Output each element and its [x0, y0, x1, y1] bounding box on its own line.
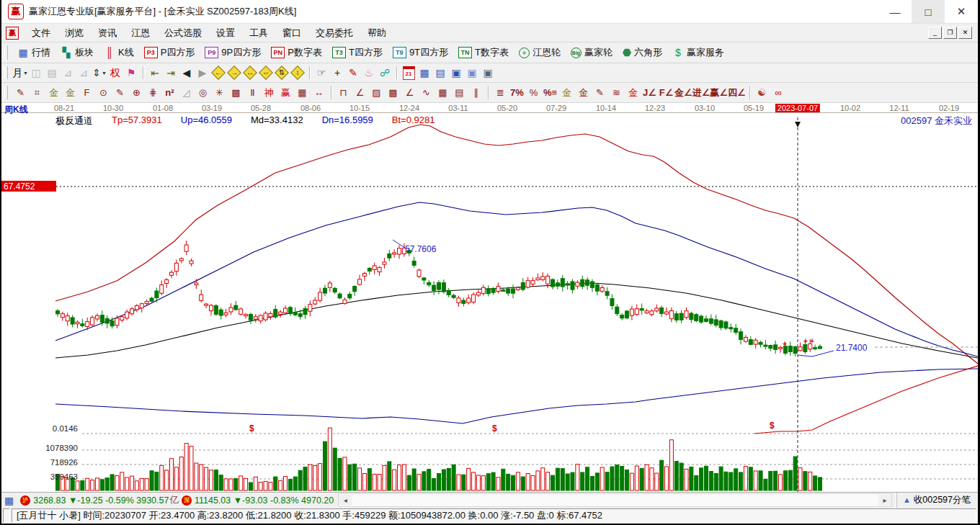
circle-ratio-tool-button[interactable]: ⊙	[95, 86, 112, 100]
wave-tool-button[interactable]: ∿	[418, 86, 435, 100]
gold-circle-tool-button[interactable]: 金	[558, 86, 575, 100]
grid-tool-a-button[interactable]: ▦	[435, 86, 451, 100]
menu-item-2[interactable]: 浏览	[58, 24, 91, 42]
pen-gold-tool-button[interactable]: ✎	[592, 86, 608, 100]
time-cycle-tool-button[interactable]: Ⅱ	[244, 86, 261, 100]
mdi-close-button[interactable]: ✕	[958, 27, 972, 39]
star-target-tool-button[interactable]: ✳	[211, 86, 228, 100]
grid-tool-b-button[interactable]: ▤	[451, 86, 468, 100]
expand-horizontal-button[interactable]: ↔	[242, 66, 258, 80]
next-bar-button[interactable]: ▶	[195, 66, 210, 80]
menu-item-3[interactable]: 资讯	[91, 24, 124, 42]
save-as-tool-button[interactable]: ▣	[464, 66, 480, 80]
hand-tool-button[interactable]: ☞	[313, 66, 329, 80]
dense-grid-tool-button[interactable]: ⋕	[145, 86, 161, 100]
shen-tool-button[interactable]: 神	[261, 86, 277, 100]
last-bar-button[interactable]: ⇥	[163, 66, 179, 80]
degree-circle-tool-button[interactable]: ⊕	[128, 86, 145, 100]
menu-item-7[interactable]: 工具	[242, 24, 275, 42]
box-tool-button[interactable]: ⊓	[335, 86, 352, 100]
shenzhen-index-icon[interactable]: 深	[182, 495, 192, 506]
percent-tool-button[interactable]: %	[525, 86, 542, 100]
parallel-lines-tool-button[interactable]: ∥	[468, 86, 484, 100]
quote-grid-icon[interactable]: ▦	[4, 495, 14, 506]
gold-ratio-tool-1-button[interactable]: 金	[45, 86, 62, 100]
stats-tool-button[interactable]: ≣	[492, 86, 509, 100]
gann-wheel-button[interactable]: ✛江恩轮	[514, 45, 566, 60]
ying-tool-button[interactable]: 赢	[277, 86, 294, 100]
infinity-tool-button[interactable]: ∞	[770, 86, 787, 100]
numbered-grid-tool-button[interactable]: ▦	[294, 86, 311, 100]
restoration-button[interactable]: 权	[107, 66, 123, 80]
f-angle-tool-button[interactable]: F∠	[658, 86, 674, 100]
kline-button[interactable]: ║K线	[99, 45, 139, 60]
jin-angle-tool-button[interactable]: 进∠	[692, 86, 710, 100]
mdi-restore-button[interactable]: ❐	[943, 27, 957, 39]
nine-t-square-button[interactable]: T99T四方形	[388, 45, 453, 60]
ying-angle-tool-button[interactable]: 赢∠	[710, 86, 728, 100]
crosshair-tool-button[interactable]: +	[329, 66, 345, 80]
shaded-box-tool-button[interactable]: ▨	[368, 86, 385, 100]
gann-compass-tool-button[interactable]: ◎	[195, 86, 211, 100]
minimize-button[interactable]: —	[878, 0, 912, 23]
gold-lines-tool-button[interactable]: 金	[575, 86, 592, 100]
close-button[interactable]: ✕	[945, 0, 978, 23]
scroll-right-button[interactable]: ▸	[878, 495, 891, 506]
horizontal-scrollbar[interactable]: ◂ ▸	[338, 493, 892, 507]
prev-bar-button[interactable]: ◀	[179, 66, 195, 80]
menu-item-4[interactable]: 江恩	[124, 24, 157, 42]
square-of-nine-tool-button[interactable]: n²	[161, 86, 178, 100]
t-number-table-button[interactable]: TNT数字表	[453, 45, 514, 60]
kline-chart-area[interactable]: $$$+++ 周K线 002597 金禾实业 67.4752 57.7606 2…	[1, 103, 978, 492]
mdi-minimize-button[interactable]: _	[928, 27, 942, 39]
menu-item-8[interactable]: 窗口	[275, 24, 308, 42]
winner-service-button[interactable]: $赢家服务	[667, 45, 729, 60]
export-tool-button[interactable]: ▣	[480, 66, 496, 80]
gold-angle-tool-button[interactable]: 金∠	[674, 86, 692, 100]
p-square-button[interactable]: P3P四方形	[139, 45, 200, 60]
compress-vertical-button[interactable]: ⇅	[274, 66, 290, 80]
indicator-flag-button[interactable]: ⚑	[123, 66, 139, 80]
calculator-tool-button[interactable]: ▦	[416, 66, 432, 80]
menu-item-6[interactable]: 设置	[209, 24, 242, 42]
percent-7-tool-button[interactable]: 7%	[509, 86, 525, 100]
trend-pencil-tool-button[interactable]: ✎	[345, 66, 361, 80]
save-tool-button[interactable]: ▣	[448, 66, 464, 80]
chip-distribution-tool-button[interactable]: ♨	[361, 66, 377, 80]
shift-right-button[interactable]: →	[226, 66, 242, 80]
gold-ratio-tool-2-button[interactable]: 金	[62, 86, 79, 100]
menu-item-5[interactable]: 公式选股	[157, 24, 209, 42]
compress-horizontal-button[interactable]: ⇔	[258, 66, 274, 80]
taiji-tool-button[interactable]: ☯	[754, 86, 770, 100]
angle-line-tool-button[interactable]: ∠	[401, 86, 418, 100]
draw-pen-tool-button[interactable]: ✎	[12, 86, 29, 100]
angle-pen-tool-button[interactable]: ✎	[112, 86, 128, 100]
j-angle-tool-button[interactable]: J∠	[641, 86, 658, 100]
tick-chart-shortcut[interactable]: ▲ 收002597分笔	[896, 493, 978, 508]
maximize-button[interactable]: □	[912, 0, 945, 23]
p-number-table-button[interactable]: PNP数字表	[266, 45, 327, 60]
quote-list-button[interactable]: ▦行情	[12, 45, 55, 60]
menu-item-10[interactable]: 帮助	[360, 24, 393, 42]
calendar-tool-button[interactable]: 21	[401, 66, 416, 80]
hexagon-button[interactable]: 六角形	[618, 45, 667, 60]
percent-lines-tool-button[interactable]: %≡	[542, 86, 558, 100]
menu-item-1[interactable]: 文件	[24, 24, 58, 42]
gann-grid-tool-button[interactable]: ⌗	[29, 86, 45, 100]
winner-wheel-button[interactable]: Big赢家轮	[566, 45, 618, 60]
menu-item-9[interactable]: 交易委托	[308, 24, 360, 42]
period-month-button[interactable]: 月▼	[12, 66, 28, 80]
expand-vertical-button[interactable]: ↕	[290, 66, 306, 80]
spiral-grid-tool-button[interactable]: ▩	[228, 86, 244, 100]
fan-lines-tool-button[interactable]: ∠	[352, 86, 368, 100]
kline-chart-canvas[interactable]: $$$+++	[1, 103, 978, 492]
width-measure-tool-button[interactable]: ↔	[311, 86, 327, 100]
dark-box-tool-button[interactable]: ▩	[385, 86, 401, 100]
compare-tool-button[interactable]: ☍	[377, 66, 393, 80]
shift-left-button[interactable]: ←	[210, 66, 226, 80]
candle-style-button[interactable]: ⇕▼	[92, 66, 107, 80]
gold-red-tool-button[interactable]: 金	[625, 86, 641, 100]
notes-tool-button[interactable]: ▤	[432, 66, 448, 80]
band-tool-button[interactable]: ≋	[608, 86, 625, 100]
t-square-button[interactable]: T3T四方形	[327, 45, 388, 60]
